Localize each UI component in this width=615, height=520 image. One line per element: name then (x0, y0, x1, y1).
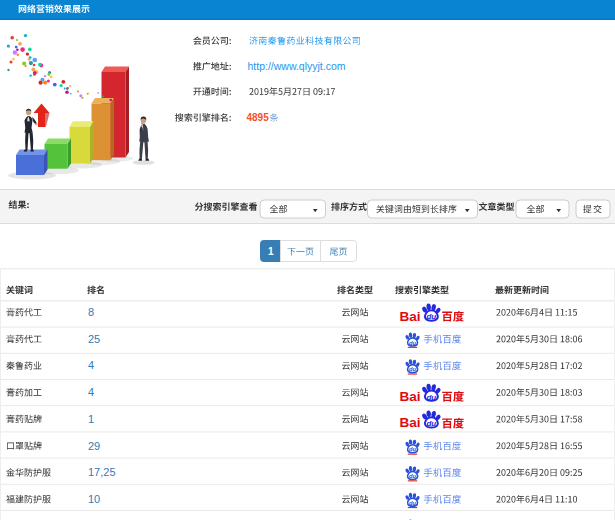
svg-text:8: 8 (88, 306, 94, 318)
svg-text:du: du (426, 419, 436, 428)
svg-text:du: du (426, 312, 436, 321)
svg-text:du: du (409, 500, 417, 506)
svg-text:4895: 4895 (247, 112, 270, 123)
svg-text:4: 4 (88, 386, 94, 398)
svg-text:du: du (409, 366, 417, 372)
svg-text:10: 10 (88, 493, 100, 505)
svg-text:17,25: 17,25 (88, 466, 116, 478)
svg-text:25: 25 (88, 333, 100, 345)
svg-text:du: du (426, 393, 436, 402)
svg-text:http://www.qlyyjt.com: http://www.qlyyjt.com (248, 60, 346, 72)
svg-text:4: 4 (88, 359, 94, 371)
svg-text:Bai: Bai (400, 389, 421, 404)
svg-text:du: du (409, 473, 417, 479)
svg-text:Bai: Bai (400, 309, 421, 324)
svg-text:du: du (409, 340, 417, 346)
svg-text:du: du (409, 446, 417, 452)
svg-text:1: 1 (268, 246, 274, 257)
svg-text:Bai: Bai (400, 415, 421, 430)
svg-text:1: 1 (88, 413, 94, 425)
svg-text:29: 29 (88, 440, 100, 452)
